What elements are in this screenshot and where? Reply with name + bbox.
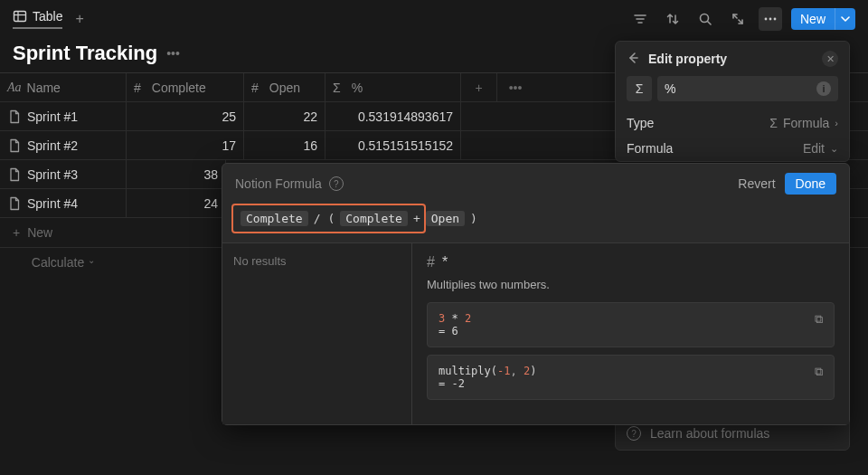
page-icon xyxy=(7,196,22,211)
formula-results-list: No results xyxy=(222,243,412,424)
chevron-right-icon: › xyxy=(835,118,838,128)
col-open-label: Open xyxy=(269,81,300,95)
formula-label: Formula xyxy=(627,141,673,156)
row-name: Sprint #1 xyxy=(27,109,78,124)
table-tab[interactable]: Table xyxy=(13,9,62,29)
row-name: Sprint #2 xyxy=(27,138,78,153)
text-type-icon: Aa xyxy=(7,81,22,95)
chevron-down-icon: ⌄ xyxy=(88,255,95,270)
add-column-button[interactable]: + xyxy=(461,73,497,101)
row-name: Sprint #3 xyxy=(27,167,78,182)
formula-row[interactable]: Formula Edit ⌄ xyxy=(616,136,849,161)
col-formula[interactable]: Σ % xyxy=(326,73,461,101)
learn-label: Learn about formulas xyxy=(650,426,769,441)
panel-title: Edit property xyxy=(648,52,813,66)
no-results-text: No results xyxy=(233,254,287,268)
token-open: Open xyxy=(426,211,465,226)
back-icon[interactable] xyxy=(627,52,639,67)
svg-point-11 xyxy=(769,18,772,21)
cell-open: 16 xyxy=(303,138,317,153)
close-icon[interactable]: ✕ xyxy=(822,51,838,67)
token-complete: Complete xyxy=(241,211,308,226)
property-name-input[interactable]: % i xyxy=(657,76,838,101)
copy-icon[interactable]: ⧉ xyxy=(815,312,823,327)
table-icon xyxy=(13,9,27,24)
col-name[interactable]: Aa Name xyxy=(0,73,127,101)
calculate-label: Calculate xyxy=(32,255,84,270)
info-icon[interactable]: i xyxy=(816,81,831,96)
view-toolbar: Table + New xyxy=(0,0,868,38)
edit-property-panel: Edit property ✕ Σ % i Type Σ Formula › F… xyxy=(615,41,850,162)
hash-icon: # xyxy=(427,254,435,271)
svg-point-12 xyxy=(774,18,777,21)
svg-rect-0 xyxy=(14,12,26,22)
formula-value: Edit xyxy=(803,141,825,156)
type-label: Type xyxy=(627,116,654,130)
table-tab-label: Table xyxy=(33,9,62,24)
number-type-icon: # xyxy=(134,81,141,95)
cell-formula: 0.515151515152 xyxy=(358,138,453,153)
formula-input[interactable]: Complete / ( Complete + Open ) xyxy=(231,204,426,233)
search-icon[interactable] xyxy=(693,7,717,31)
paren-open: ( xyxy=(326,212,336,225)
chevron-down-icon[interactable] xyxy=(835,8,855,30)
add-view-button[interactable]: + xyxy=(71,9,87,29)
help-icon[interactable]: ? xyxy=(329,176,344,191)
type-row[interactable]: Type Σ Formula › xyxy=(616,110,849,136)
col-formula-label: % xyxy=(352,81,363,95)
sigma-icon: Σ xyxy=(333,81,341,95)
page-icon xyxy=(7,109,22,124)
chevron-down-icon: ⌄ xyxy=(830,143,838,155)
help-icon: ? xyxy=(627,426,641,441)
copy-icon[interactable]: ⧉ xyxy=(815,365,823,379)
sort-icon[interactable] xyxy=(661,7,684,31)
col-name-label: Name xyxy=(27,81,61,95)
cell-complete: 25 xyxy=(222,109,236,124)
calculate-button[interactable]: Calculate ⌄ xyxy=(0,248,127,277)
cell-open: 22 xyxy=(303,109,317,124)
cell-complete: 17 xyxy=(222,138,236,153)
col-complete[interactable]: # Complete xyxy=(127,73,244,101)
token-complete-2: Complete xyxy=(340,211,408,226)
page-icon xyxy=(7,138,22,153)
page-title: Sprint Tracking xyxy=(13,42,157,65)
column-more-icon[interactable]: ••• xyxy=(497,73,533,101)
done-button[interactable]: Done xyxy=(785,173,836,195)
op-plus: + xyxy=(411,212,422,225)
property-type-icon-button[interactable]: Σ xyxy=(627,76,652,101)
property-name-value: % xyxy=(665,81,675,96)
add-row-label: New xyxy=(27,225,52,240)
sigma-icon: Σ xyxy=(769,116,778,130)
col-complete-label: Complete xyxy=(152,81,206,95)
type-value: Formula xyxy=(783,116,829,130)
code-example-1: 3 * 2 = 6 ⧉ xyxy=(427,302,835,347)
formula-help-panel: # * Multiplies two numbers. 3 * 2 = 6 ⧉ … xyxy=(412,243,849,424)
cell-formula: 0.531914893617 xyxy=(358,109,453,124)
cell-complete: 24 xyxy=(203,196,218,211)
row-name: Sprint #4 xyxy=(27,196,78,211)
svg-point-10 xyxy=(765,18,768,21)
svg-line-7 xyxy=(707,22,711,25)
formula-editor: Notion Formula ? Revert Done Complete / … xyxy=(222,163,850,425)
filter-icon[interactable] xyxy=(628,7,652,31)
page-icon xyxy=(7,167,22,182)
cell-complete: 38 xyxy=(203,167,218,182)
number-type-icon: # xyxy=(251,81,259,95)
col-open[interactable]: # Open xyxy=(244,73,326,101)
more-icon[interactable] xyxy=(759,7,782,31)
new-button-label: New xyxy=(791,8,835,30)
revert-button[interactable]: Revert xyxy=(738,176,775,191)
title-more-icon[interactable]: ••• xyxy=(166,46,180,61)
expand-icon[interactable] xyxy=(726,7,750,31)
help-description: Multiplies two numbers. xyxy=(427,278,835,291)
formula-header-label: Notion Formula xyxy=(235,176,322,191)
code-example-2: multiply(-1, 2) = -2 ⧉ xyxy=(427,355,835,400)
op-divide: / xyxy=(312,212,323,225)
paren-close: ) xyxy=(468,212,479,225)
plus-icon: + xyxy=(13,225,20,240)
new-button[interactable]: New xyxy=(791,8,855,30)
star-symbol: * xyxy=(442,254,448,271)
